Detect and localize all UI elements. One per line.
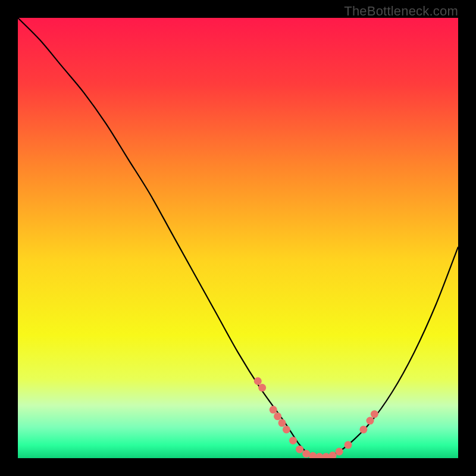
curve-marker — [283, 425, 290, 433]
curve-marker — [359, 425, 367, 433]
curve-marker — [345, 441, 352, 449]
curve-marker — [336, 447, 343, 455]
chart-frame — [18, 18, 458, 458]
curve-marker — [296, 446, 303, 453]
curve-marker — [274, 412, 281, 420]
curve-marker — [278, 419, 286, 427]
curve-marker — [302, 450, 310, 458]
bottleneck-chart — [18, 18, 458, 458]
watermark-label: TheBottleneck.com — [344, 4, 458, 19]
curve-marker — [270, 406, 277, 414]
curve-marker — [371, 411, 378, 418]
curve-marker — [367, 417, 374, 425]
curve-marker — [258, 384, 266, 392]
curve-marker — [254, 377, 262, 385]
curve-marker — [289, 437, 297, 444]
